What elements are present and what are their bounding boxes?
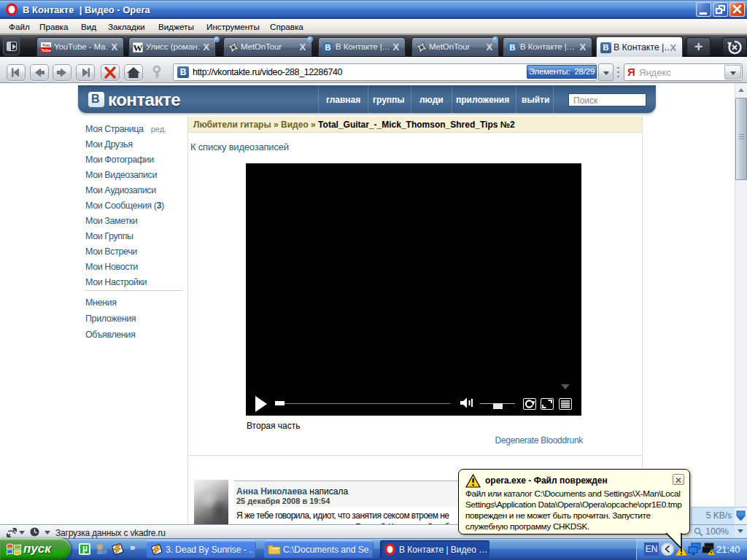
svg-text:You: You [42,43,50,47]
svg-text:W: W [133,42,143,52]
svg-text:Tube: Tube [41,48,51,52]
